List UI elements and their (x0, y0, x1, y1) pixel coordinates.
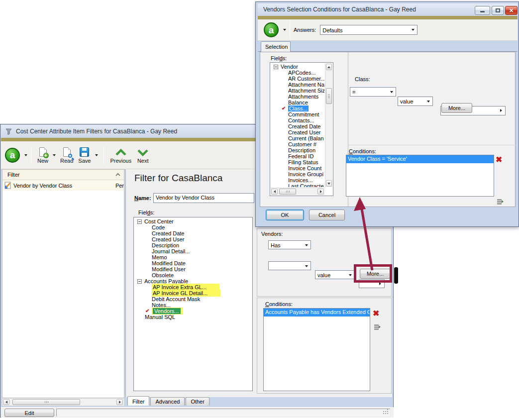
tree-item-modified-date[interactable]: Modified Date (134, 260, 252, 266)
save-dropdown-caret-icon[interactable] (95, 154, 98, 156)
tree-item-ap-invoice-gl-detail[interactable]: AP Invoice GL Detail... (134, 290, 252, 296)
vscroll-thumb[interactable] (326, 88, 332, 104)
maximize-button[interactable] (492, 6, 504, 15)
tree-item-modified-user[interactable]: Modified User (134, 266, 252, 272)
collapse-minus-icon[interactable] (137, 279, 142, 284)
tree-item-code[interactable]: Code (134, 224, 252, 230)
edit-button[interactable]: Edit (4, 409, 54, 417)
tree-item-label: Vendors... (153, 308, 181, 314)
scroll-left-button[interactable] (271, 189, 278, 195)
tree-item-description[interactable]: Description (134, 242, 252, 248)
scroll-up-button[interactable] (326, 64, 332, 70)
conditions-list: Accounts Payable has Vendors Extended Co (263, 308, 370, 391)
tree-item-description[interactable]: Description (271, 147, 324, 153)
resize-grip[interactable] (383, 409, 389, 415)
answers-logo-icon[interactable]: a (5, 148, 20, 163)
tab-other[interactable]: Other (186, 397, 209, 406)
filter-icon (5, 128, 12, 135)
next-button[interactable]: Next (134, 145, 152, 165)
has-operator-combo[interactable]: Has (268, 240, 311, 249)
selection-main-area: Fields: VendorAPCodes...AR Customer...At… (260, 52, 516, 207)
tab-filter[interactable]: Filter (127, 396, 149, 406)
more-button[interactable]: More... (441, 103, 472, 113)
filter-column-header[interactable]: Filter (2, 170, 124, 180)
tree-item-invoice-count[interactable]: Invoice Count (271, 165, 324, 171)
tree-item-customer[interactable]: Customer # (271, 141, 324, 147)
tree-item-contacts[interactable]: Contacts... (271, 117, 324, 123)
tree-item-apcodes[interactable]: APCodes... (271, 70, 324, 76)
filter-panel-hscrollbar[interactable] (2, 398, 124, 406)
tree-item-label: Created User (152, 236, 184, 242)
tree-item-obsolete[interactable]: Obsolete (134, 272, 252, 278)
delete-condition-icon[interactable]: ✖ (496, 156, 502, 164)
tree-item-label: Current (Balan (288, 135, 324, 141)
tree-item-invoices[interactable]: Invoices... (271, 177, 324, 183)
tree-item-vendors[interactable]: ✔Vendors... (134, 308, 252, 314)
tree-item-label: Memo (152, 254, 167, 260)
condition-item[interactable]: Vendor Class = 'Service' (346, 155, 494, 163)
tree-item-vendor[interactable]: Vendor (271, 64, 324, 70)
tree-vscrollbar[interactable] (325, 63, 332, 187)
answers-logo-icon[interactable]: a (264, 22, 279, 37)
field-combo[interactable] (268, 261, 311, 270)
tree-item-commitment[interactable]: Commitment (271, 111, 324, 117)
scroll-right-button[interactable] (116, 399, 123, 405)
hscroll-thumb[interactable] (12, 399, 80, 405)
tree-item-journal-detail[interactable]: Journal Detail... (134, 248, 252, 254)
delete-condition-icon[interactable]: ✖ (373, 310, 379, 317)
tree-item-debit-account-mask[interactable]: Debit Account Mask (134, 296, 252, 302)
read-button[interactable]: Read (58, 145, 76, 165)
tree-item-cost-center[interactable]: Cost Center (134, 218, 252, 224)
filter-list-row[interactable]: Vendor by Vendor Class Per (2, 180, 124, 191)
answers-combo[interactable]: Defaults (320, 25, 417, 35)
scroll-left-button[interactable] (3, 399, 9, 405)
tree-item-balance[interactable]: Balance (271, 100, 324, 105)
scroll-down-button[interactable] (326, 180, 332, 187)
new-dropdown-caret-icon[interactable] (53, 154, 56, 156)
tree-item-created-date[interactable]: Created Date (134, 230, 252, 236)
answers-label: Answers: (294, 27, 316, 33)
condition-item[interactable]: Accounts Payable has Vendors Extended Co (264, 309, 370, 316)
operator-combo[interactable]: = (350, 87, 396, 97)
close-button[interactable]: ✕ (505, 6, 518, 15)
tree-item-class[interactable]: ✔Class... (271, 105, 324, 111)
tree-item-federal-id[interactable]: Federal ID (271, 153, 324, 159)
tree-item-manual-sql[interactable]: Manual SQL (134, 314, 252, 320)
logo-dropdown-caret-icon[interactable] (24, 154, 27, 156)
value-type-combo[interactable]: value (315, 270, 355, 279)
tree-item-last-contracte[interactable]: Last Contracte (271, 183, 324, 187)
hscroll-thumb[interactable] (279, 189, 296, 195)
tab-selection[interactable]: Selection (261, 41, 291, 52)
tree-item-memo[interactable]: Memo (134, 254, 252, 260)
tree-item-attachments[interactable]: Attachments (271, 94, 324, 100)
tree-item-created-date[interactable]: Created Date (271, 123, 324, 129)
tree-item-ar-customer[interactable]: AR Customer... (271, 76, 324, 82)
collapse-minus-icon[interactable] (137, 219, 142, 224)
chevron-up-icon (114, 148, 127, 156)
tree-item-filing-status[interactable]: Filing Status (271, 159, 324, 165)
tree-item-created-user[interactable]: Created User (271, 129, 324, 135)
collapse-minus-icon[interactable] (274, 65, 278, 69)
scroll-right-button[interactable] (317, 189, 324, 195)
tree-item-attachment-siz[interactable]: Attachment Siz (271, 88, 324, 94)
reorder-condition-icon[interactable] (497, 199, 504, 205)
new-button[interactable]: + New (35, 145, 51, 165)
minimize-button[interactable] (475, 6, 490, 15)
tree-item-current-balan[interactable]: Current (Balan (271, 135, 324, 141)
tree-item-invoice-groupi[interactable]: Invoice Groupi (271, 171, 324, 177)
tab-advanced[interactable]: Advanced (150, 397, 185, 406)
ok-button[interactable]: OK (266, 210, 304, 220)
tree-item-attachment-na[interactable]: Attachment Na (271, 82, 324, 88)
tree-item-created-user[interactable]: Created User (134, 236, 252, 242)
tree-hscrollbar[interactable] (271, 188, 324, 195)
cancel-button[interactable]: Cancel (309, 210, 345, 220)
previous-button[interactable]: Previous (107, 145, 134, 165)
filter-item-icon (4, 182, 11, 189)
fields-label: Fields: (271, 55, 287, 62)
name-input[interactable]: Vendor by Vendor Class (153, 193, 254, 203)
logo-dropdown-caret-icon[interactable] (283, 29, 286, 31)
new-document-icon: + (39, 147, 47, 157)
reorder-condition-icon[interactable] (374, 324, 381, 330)
save-button[interactable]: Save (76, 145, 93, 165)
value-type-combo[interactable]: value (398, 97, 433, 106)
